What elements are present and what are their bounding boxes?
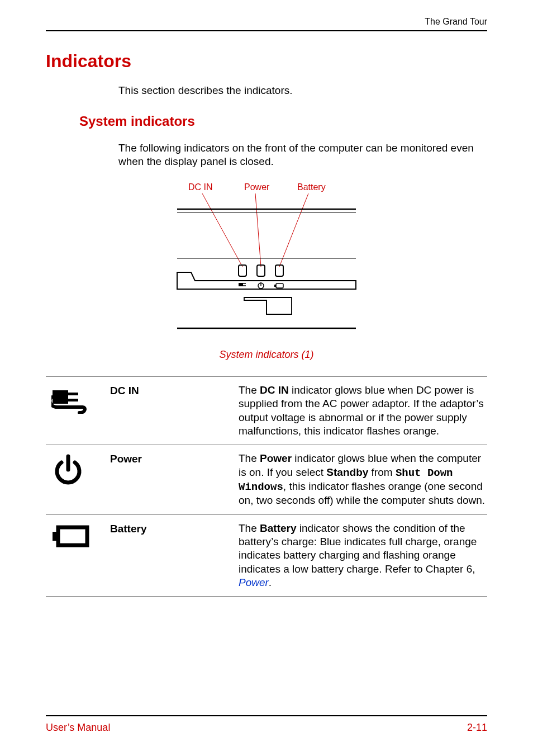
page-footer: User’s Manual 2-11: [46, 715, 487, 734]
indicator-table: DC IN The DC IN indicator glows blue whe…: [46, 376, 487, 597]
svg-line-1: [255, 193, 261, 267]
indicator-name: Battery: [110, 522, 239, 535]
svg-rect-24: [53, 532, 58, 541]
system-indicators-figure: DC IN Power Battery: [46, 180, 487, 361]
figure-caption: System indicators (1): [46, 349, 487, 361]
section-title: System indicators: [79, 114, 487, 129]
indicator-name: Power: [110, 452, 239, 465]
indicator-name: DC IN: [110, 384, 239, 397]
page-title: Indicators: [46, 51, 487, 72]
intro-text: This section describes the indicators.: [118, 84, 487, 98]
page-header: The Grand Tour: [46, 17, 487, 31]
indicator-desc: The DC IN indicator glows blue when DC p…: [239, 384, 487, 438]
svg-rect-15: [276, 284, 283, 288]
footer-left: User’s Manual: [46, 722, 110, 734]
table-row: Power The Power indicator glows blue whe…: [46, 445, 487, 514]
svg-rect-16: [274, 285, 276, 287]
table-row: DC IN The DC IN indicator glows blue whe…: [46, 376, 487, 445]
indicator-desc: The Battery indicator shows the conditio…: [239, 522, 487, 590]
figure-label-power: Power: [244, 182, 270, 192]
svg-line-0: [202, 193, 242, 267]
battery-icon: [46, 522, 110, 551]
power-icon: [46, 452, 110, 490]
plug-icon: [46, 384, 110, 416]
svg-rect-10: [239, 283, 243, 286]
footer-right: 2-11: [467, 722, 487, 734]
indicator-desc: The Power indicator glows blue when the …: [239, 452, 487, 507]
table-row: Battery The Battery indicator shows the …: [46, 514, 487, 597]
svg-rect-21: [68, 399, 78, 401]
svg-rect-23: [58, 527, 87, 545]
figure-label-dcin: DC IN: [188, 182, 213, 192]
section-intro: The following indicators on the front of…: [118, 141, 487, 169]
header-section-label: The Grand Tour: [425, 17, 487, 26]
svg-rect-20: [68, 393, 78, 395]
power-chapter-link[interactable]: Power: [239, 577, 269, 588]
svg-rect-19: [53, 390, 68, 404]
figure-label-battery: Battery: [297, 182, 326, 192]
svg-line-2: [279, 193, 308, 267]
